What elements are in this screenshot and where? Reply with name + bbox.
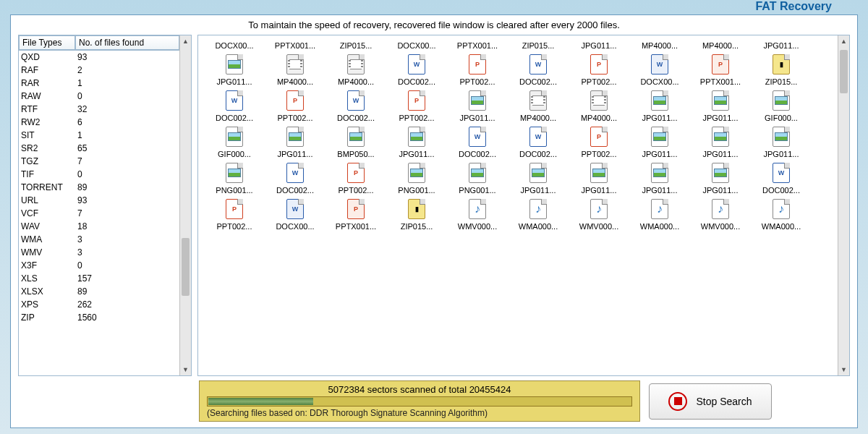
column-count[interactable]: No. of files found <box>75 35 179 50</box>
table-row[interactable]: ZIP1560 <box>19 311 179 324</box>
file-item[interactable]: WDOC002... <box>204 88 265 124</box>
table-row[interactable]: TGZ7 <box>19 155 179 168</box>
file-item[interactable]: WDOC002... <box>326 88 386 124</box>
file-item[interactable]: WDOCX00... <box>629 51 690 88</box>
file-item[interactable]: PPPT002... <box>386 88 447 124</box>
table-row[interactable]: WMA3 <box>19 233 179 246</box>
file-item[interactable]: ♪WMV000... <box>690 196 751 232</box>
file-item[interactable]: MP4000... <box>569 88 629 124</box>
table-row[interactable]: URL93 <box>19 194 179 207</box>
table-row[interactable]: SIT1 <box>19 129 179 142</box>
file-item[interactable]: JPG011... <box>265 124 326 160</box>
table-row[interactable]: RTF32 <box>19 103 179 116</box>
file-item[interactable]: GIF000... <box>751 88 812 124</box>
table-row[interactable]: RAR1 <box>19 77 179 90</box>
table-row[interactable]: XLSX89 <box>19 285 179 298</box>
table-row[interactable]: RAF2 <box>19 64 179 77</box>
file-item[interactable]: ♪WMA000... <box>629 196 690 232</box>
file-item[interactable]: ♪WMV000... <box>569 196 629 232</box>
column-file-types[interactable]: File Types <box>19 35 75 50</box>
table-row[interactable]: XPS262 <box>19 298 179 311</box>
cell-count: 2 <box>77 64 179 77</box>
table-row[interactable]: QXD93 <box>19 51 179 64</box>
file-item[interactable]: JPG011... <box>751 124 812 160</box>
file-item[interactable]: WDOC002... <box>508 124 569 160</box>
file-item[interactable]: JPG011... <box>629 88 690 124</box>
file-item[interactable]: JPG011... <box>690 124 751 160</box>
file-item[interactable]: GIF000... <box>204 124 265 160</box>
table-row[interactable]: TIF0 <box>19 168 179 181</box>
cell-type: WMV <box>21 246 77 259</box>
file-item[interactable]: MP4000... <box>629 38 690 51</box>
stop-search-button[interactable]: Stop Search <box>649 383 772 420</box>
file-item[interactable]: PPPTX001... <box>690 51 751 88</box>
right-scrollbar[interactable]: ▲ ▼ <box>838 35 849 375</box>
scroll-down-icon[interactable]: ▼ <box>180 364 191 375</box>
file-item[interactable]: JPG011... <box>569 38 629 51</box>
file-item[interactable]: ♪WMV000... <box>447 196 508 232</box>
file-item[interactable]: WDOC002... <box>508 51 569 88</box>
file-item[interactable]: PPPTX001... <box>326 196 386 232</box>
file-item[interactable]: MP4000... <box>326 51 386 88</box>
scroll-up-icon[interactable]: ▲ <box>838 35 849 47</box>
file-item[interactable]: DOCX00... <box>204 38 265 51</box>
file-item[interactable]: WDOC002... <box>751 160 812 196</box>
file-item[interactable]: JPG011... <box>690 160 751 196</box>
file-item[interactable]: PPTX001... <box>447 38 508 51</box>
table-row[interactable]: WAV18 <box>19 220 179 233</box>
file-item[interactable]: JPG011... <box>629 124 690 160</box>
file-item[interactable]: ♪WMA000... <box>751 196 812 232</box>
left-scrollbar[interactable]: ▲ ▼ <box>179 35 191 375</box>
file-item[interactable]: JPG011... <box>204 51 265 88</box>
file-item[interactable]: PPTX001... <box>265 38 326 51</box>
file-item[interactable]: BMP050... <box>326 124 386 160</box>
table-row[interactable]: VCF7 <box>19 207 179 220</box>
table-row[interactable]: TORRENT89 <box>19 181 179 194</box>
file-item[interactable]: WDOC002... <box>447 124 508 160</box>
file-label: ZIP015... <box>388 222 445 231</box>
file-item[interactable]: PPPT002... <box>569 51 629 88</box>
table-row[interactable]: WMV3 <box>19 246 179 259</box>
file-item[interactable]: WDOC002... <box>386 51 447 88</box>
scroll-thumb[interactable] <box>182 238 190 296</box>
file-item[interactable]: ▮ZIP015... <box>751 51 812 88</box>
table-row[interactable]: RW26 <box>19 116 179 129</box>
file-item[interactable]: PPPT002... <box>326 160 386 196</box>
file-item[interactable]: MP4000... <box>690 38 751 51</box>
table-row[interactable]: SR265 <box>19 142 179 155</box>
file-item[interactable]: MP4000... <box>508 88 569 124</box>
progress-bar <box>207 396 632 407</box>
table-row[interactable]: XLS157 <box>19 272 179 285</box>
table-row[interactable]: X3F0 <box>19 259 179 272</box>
file-item[interactable]: JPG011... <box>508 160 569 196</box>
file-item[interactable]: PNG001... <box>204 160 265 196</box>
stop-label: Stop Search <box>696 396 752 407</box>
file-item[interactable]: PNG001... <box>386 160 447 196</box>
file-item[interactable]: PNG001... <box>447 160 508 196</box>
file-item[interactable]: JPG011... <box>690 88 751 124</box>
file-item[interactable]: PPPT002... <box>265 88 326 124</box>
jpg-file-icon <box>709 89 732 112</box>
file-item[interactable]: PPPT002... <box>204 196 265 232</box>
file-item[interactable]: JPG011... <box>751 38 812 51</box>
table-row[interactable]: RAW0 <box>19 90 179 103</box>
file-item[interactable]: PPPT002... <box>569 124 629 160</box>
info-banner: To maintain the speed of recovery, recov… <box>11 15 857 35</box>
file-item[interactable]: JPG011... <box>447 88 508 124</box>
scroll-thumb[interactable] <box>840 50 848 93</box>
file-item[interactable]: WDOC002... <box>265 160 326 196</box>
scroll-up-icon[interactable]: ▲ <box>180 35 191 47</box>
file-item[interactable]: MP4000... <box>265 51 326 88</box>
scroll-down-icon[interactable]: ▼ <box>838 364 849 375</box>
file-item[interactable]: JPG011... <box>629 160 690 196</box>
file-item[interactable]: ▮ZIP015... <box>386 196 447 232</box>
file-item[interactable]: WDOCX00... <box>265 196 326 232</box>
file-item[interactable]: ZIP015... <box>508 38 569 51</box>
file-item[interactable]: PPPT002... <box>447 51 508 88</box>
file-item[interactable]: JPG011... <box>386 124 447 160</box>
file-item[interactable]: DOCX00... <box>386 38 447 51</box>
cell-type: TGZ <box>21 155 77 168</box>
file-item[interactable]: ♪WMA000... <box>508 196 569 232</box>
file-item[interactable]: JPG011... <box>569 160 629 196</box>
file-item[interactable]: ZIP015... <box>326 38 386 51</box>
